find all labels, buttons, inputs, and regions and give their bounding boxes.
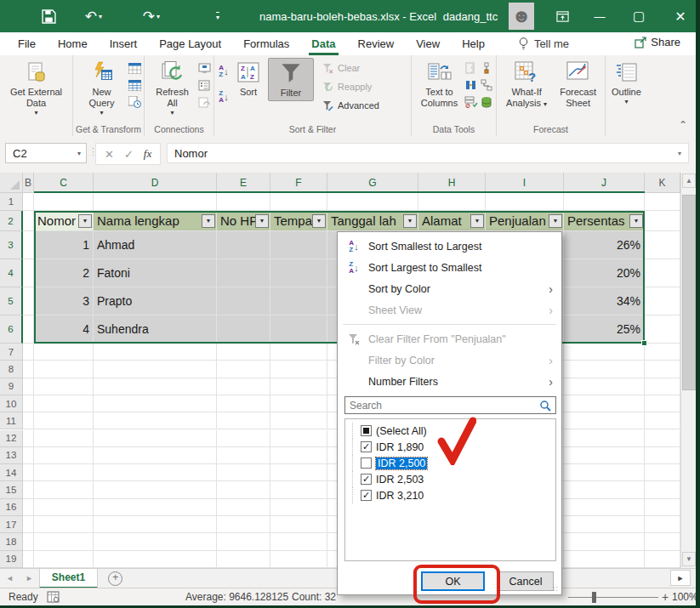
column-header-J[interactable]: J (564, 173, 645, 193)
cell-K17[interactable] (645, 516, 680, 533)
cell-D10[interactable] (94, 395, 217, 412)
cell-E4[interactable] (217, 259, 270, 287)
cell-H2[interactable]: Alamat▼ (418, 211, 486, 231)
cell-C1[interactable] (34, 193, 94, 211)
tab-formulas[interactable]: Formulas (232, 32, 300, 55)
cell-D19[interactable] (94, 551, 217, 568)
cell-C11[interactable] (34, 412, 94, 429)
filter-button-F[interactable]: ▼ (312, 214, 326, 228)
ok-button[interactable]: OK (421, 571, 485, 591)
cell-E9[interactable] (217, 378, 270, 395)
row-header-14[interactable]: 14 (0, 464, 23, 481)
column-header-I[interactable]: I (486, 173, 564, 193)
cell-K8[interactable] (645, 361, 680, 378)
row-header-17[interactable]: 17 (0, 516, 23, 533)
cell-J1[interactable] (564, 193, 645, 211)
cell-B7[interactable] (23, 344, 34, 361)
text-to-columns-button[interactable]: Text to Columns (414, 58, 464, 111)
checkbox-checked[interactable]: ✓ (361, 474, 372, 485)
cancel-button[interactable]: Cancel (498, 571, 554, 591)
filter-button-J[interactable]: ▼ (629, 214, 643, 228)
cell-C6[interactable]: 4 (34, 315, 94, 344)
cell-C10[interactable] (34, 395, 94, 412)
menu-item-number-filters[interactable]: Number Filters› (338, 371, 561, 392)
cell-F12[interactable] (270, 430, 327, 447)
cell-D14[interactable] (94, 464, 217, 481)
filter-button-C[interactable]: ▼ (78, 214, 92, 228)
from-table-icon[interactable] (128, 78, 141, 92)
cell-F2[interactable]: Tempa▼ (270, 211, 327, 231)
cell-E12[interactable] (217, 430, 270, 447)
filter-button[interactable]: Filter (268, 58, 314, 101)
redo-button[interactable]: ↷▾ (134, 0, 168, 32)
cell-E6[interactable] (217, 315, 270, 344)
cell-C19[interactable] (34, 551, 94, 568)
cell-D16[interactable] (94, 499, 217, 516)
row-header-18[interactable]: 18 (0, 533, 23, 550)
cell-F13[interactable] (270, 447, 327, 464)
cell-K13[interactable] (645, 447, 680, 464)
undo-button[interactable]: ↶▾ (77, 0, 111, 32)
ribbon-display-options-icon[interactable] (549, 0, 575, 32)
cell-G2[interactable]: Tanggal lah▼ (327, 211, 418, 231)
data-validation-icon[interactable] (464, 95, 478, 109)
clear-filter-button[interactable]: Clear (321, 61, 379, 75)
cell-C14[interactable] (34, 464, 94, 481)
cell-F15[interactable] (270, 481, 327, 498)
cell-K19[interactable] (645, 551, 680, 568)
cell-E7[interactable] (217, 344, 270, 361)
tab-review[interactable]: Review (347, 32, 406, 55)
avatar[interactable]: ☻ (509, 3, 534, 30)
cell-D5[interactable]: Prapto (94, 287, 217, 315)
cell-J4[interactable]: 20% (564, 259, 645, 287)
zoom-in-icon[interactable]: + (662, 588, 669, 605)
relationships-icon[interactable] (480, 78, 493, 92)
cell-G1[interactable] (327, 193, 418, 211)
sort-ascending-icon[interactable]: AZ↓ (217, 65, 230, 78)
cell-D11[interactable] (94, 412, 217, 429)
checkbox-indeterminate[interactable] (361, 425, 372, 436)
cell-B17[interactable] (23, 516, 34, 533)
row-header-16[interactable]: 16 (0, 499, 23, 516)
sheet-nav-left-icon[interactable]: ◄ (0, 574, 20, 582)
resize-grip-icon[interactable]: .:: (549, 584, 559, 593)
cell-K4[interactable] (645, 259, 680, 287)
cell-J3[interactable]: 26% (564, 231, 645, 259)
cell-E17[interactable] (217, 516, 270, 533)
cell-K11[interactable] (645, 412, 680, 429)
cell-C15[interactable] (34, 481, 94, 498)
cell-B10[interactable] (23, 395, 34, 412)
row-header-9[interactable]: 9 (0, 378, 23, 395)
cell-J8[interactable] (564, 361, 645, 378)
hscroll-right-icon[interactable]: ► (670, 570, 691, 586)
consolidate-icon[interactable] (480, 61, 493, 75)
manage-data-model-icon[interactable] (480, 95, 493, 109)
cell-K18[interactable] (645, 533, 680, 550)
cell-J10[interactable] (564, 395, 645, 412)
cell-D1[interactable] (94, 193, 217, 211)
cell-E5[interactable] (217, 287, 270, 315)
formula-input[interactable]: Nomor ▾ (167, 143, 689, 163)
cell-C9[interactable] (34, 378, 94, 395)
cell-J17[interactable] (564, 516, 645, 533)
cell-J19[interactable] (564, 551, 645, 568)
cell-B18[interactable] (23, 533, 34, 550)
zoom-level[interactable]: 100% (672, 588, 696, 605)
checkbox-checked[interactable]: ✓ (361, 490, 372, 501)
column-header-C[interactable]: C (34, 173, 94, 193)
row-header-8[interactable]: 8 (0, 361, 23, 378)
enter-entry-icon[interactable]: ✓ (124, 148, 134, 161)
cell-J7[interactable] (564, 344, 645, 361)
reapply-button[interactable]: Reapply (321, 80, 379, 94)
cell-D3[interactable]: Ahmad (94, 231, 217, 259)
cell-F18[interactable] (270, 533, 327, 550)
cell-B2[interactable] (23, 211, 34, 231)
cell-E2[interactable]: No HP▼ (217, 211, 270, 231)
sheet-nav-right-icon[interactable]: ► (20, 574, 39, 582)
get-external-data-button[interactable]: Get External Data▾ (3, 58, 70, 119)
cell-B9[interactable] (23, 378, 34, 395)
row-header-6[interactable]: 6 (0, 315, 23, 344)
row-header-1[interactable]: 1 (0, 193, 23, 211)
cell-D12[interactable] (94, 430, 217, 447)
filter-button-H[interactable]: ▼ (470, 214, 484, 228)
